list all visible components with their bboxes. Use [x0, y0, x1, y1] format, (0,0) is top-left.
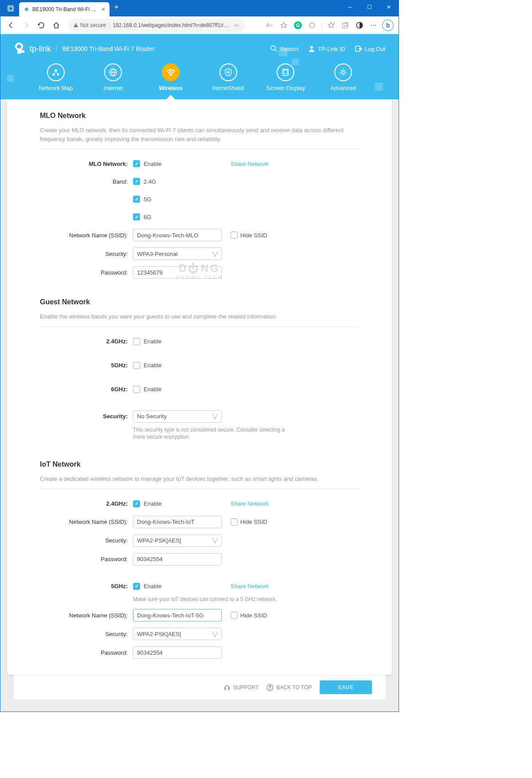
- bing-icon[interactable]: b: [382, 19, 394, 31]
- mlo-password-input[interactable]: [133, 266, 222, 279]
- support-link[interactable]: SUPPORT: [223, 684, 259, 691]
- forward-button[interactable]: [20, 19, 32, 31]
- svg-rect-9: [20, 50, 24, 53]
- maximize-button[interactable]: ☐: [360, 0, 379, 14]
- enable-text: Enable: [144, 500, 161, 507]
- close-window-button[interactable]: ✕: [379, 0, 399, 14]
- contrast-icon[interactable]: [353, 19, 366, 31]
- mlo-share-link[interactable]: Share Network: [231, 161, 269, 167]
- iot-5-security-select[interactable]: WPA2-PSK[AES]╲╱: [133, 628, 222, 640]
- iot-5-hide-ssid-checkbox[interactable]: [231, 612, 238, 619]
- extension-icon[interactable]: [306, 19, 318, 31]
- back-to-top-link[interactable]: BACK TO TOP: [266, 684, 312, 691]
- svg-point-4: [235, 24, 237, 26]
- refresh-button[interactable]: [35, 19, 47, 31]
- mlo-ssid-input[interactable]: [133, 229, 222, 241]
- iot-5-password-input[interactable]: [133, 646, 222, 659]
- more-icon[interactable]: ···: [368, 19, 380, 31]
- key-icon[interactable]: [234, 22, 240, 28]
- text-size-icon[interactable]: Aり: [263, 19, 276, 31]
- guest-6-checkbox[interactable]: [133, 386, 140, 393]
- url-text: 192.168.0.1/webpages/index.html?t=de867f…: [113, 22, 231, 28]
- page-footer: SUPPORT BACK TO TOP SAVE: [14, 675, 385, 699]
- svg-rect-22: [284, 70, 287, 74]
- nav-screen-display[interactable]: Screen Display: [261, 63, 310, 91]
- band-24-checkbox[interactable]: [133, 178, 140, 185]
- shield-icon: [224, 68, 233, 77]
- svg-point-16: [57, 74, 59, 76]
- iot-desc: Create a dedicated wireless network to m…: [40, 475, 359, 489]
- iot-24-security-label: Security:: [40, 537, 133, 544]
- enable-text: Enable: [144, 583, 161, 589]
- save-button[interactable]: SAVE: [320, 680, 372, 694]
- iot-5-note: Make sure your IoT devices can connect t…: [133, 596, 355, 603]
- band-5-checkbox[interactable]: [133, 196, 140, 203]
- iot-24-security-select[interactable]: WPA2-PSK[AES]╲╱: [133, 534, 222, 547]
- nav-internet[interactable]: Internet: [89, 63, 137, 91]
- iot-24-share-link[interactable]: Share Network: [231, 500, 269, 507]
- iot-24-checkbox[interactable]: [133, 500, 140, 507]
- iot-5-ssid-label: Network Name (SSID):: [40, 612, 133, 619]
- display-icon: [281, 68, 290, 77]
- browser-tab-bar: BE19000 Tri-Band Wi-Fi 7 Router × + ─ ☐ …: [0, 0, 399, 16]
- mlo-password-label: Password:: [40, 269, 133, 276]
- tplink-logo-icon: [14, 42, 27, 55]
- svg-point-23: [342, 71, 344, 74]
- nav-homeshield[interactable]: HomeShield: [204, 63, 253, 91]
- guest-24-checkbox[interactable]: [133, 338, 140, 345]
- tab-actions-icon[interactable]: [6, 4, 16, 13]
- not-secure-warning[interactable]: Not secure: [73, 22, 106, 28]
- iot-5-share-link[interactable]: Share Network: [231, 583, 269, 589]
- tab-title: BE19000 Tri-Band Wi-Fi 7 Router: [32, 6, 99, 12]
- browser-tab[interactable]: BE19000 Tri-Band Wi-Fi 7 Router ×: [19, 2, 110, 16]
- nav-advanced[interactable]: Advanced: [319, 63, 368, 91]
- enable-text: Enable: [144, 338, 161, 345]
- section-guest: Guest Network Enable the wireless bands …: [27, 298, 372, 460]
- support-label: SUPPORT: [233, 684, 259, 691]
- favorites-bar-icon[interactable]: [325, 19, 337, 31]
- enable-text: Enable: [144, 161, 161, 167]
- guest-title: Guest Network: [40, 298, 359, 306]
- svg-point-14: [55, 69, 57, 72]
- mlo-security-select[interactable]: WPA3-Personal╲╱: [133, 248, 222, 260]
- iot-24-hide-ssid-checkbox[interactable]: [231, 519, 238, 526]
- band-6-checkbox[interactable]: [133, 213, 140, 220]
- iot-5-checkbox[interactable]: [133, 583, 140, 590]
- svg-point-15: [52, 74, 55, 76]
- mlo-hide-ssid-checkbox[interactable]: [231, 232, 238, 239]
- svg-line-11: [275, 50, 277, 52]
- favorite-icon[interactable]: [278, 19, 290, 31]
- mlo-enable-checkbox[interactable]: [133, 160, 140, 167]
- section-iot: IoT Network Create a dedicated wireless …: [27, 460, 372, 669]
- address-bar: Not secure | 192.168.0.1/webpages/index.…: [0, 16, 399, 34]
- headset-icon: [223, 684, 231, 691]
- home-button[interactable]: [50, 19, 63, 31]
- minimize-button[interactable]: ─: [340, 0, 360, 14]
- collections-icon[interactable]: [339, 19, 352, 31]
- guest-security-warning: This security type is not considered sec…: [133, 426, 301, 441]
- new-tab-button[interactable]: +: [114, 3, 119, 12]
- chevron-down-icon: ╲╱: [212, 414, 218, 419]
- tab-close-icon[interactable]: ×: [102, 6, 105, 13]
- tplink-id-link[interactable]: TP-Link ID: [308, 45, 345, 52]
- security-value: WPA2-PSK[AES]: [137, 631, 181, 637]
- nav-network-map[interactable]: Network Map: [31, 63, 80, 91]
- back-button[interactable]: [5, 19, 17, 31]
- iot-5-ssid-input[interactable]: [133, 609, 222, 621]
- grammarly-icon[interactable]: G: [292, 19, 304, 31]
- nav-wireless[interactable]: Wireless: [146, 63, 195, 91]
- user-icon: [308, 45, 315, 52]
- logout-link[interactable]: Log Out: [355, 45, 385, 52]
- iot-24-password-input[interactable]: [133, 553, 222, 566]
- iot-5-security-label: Security:: [40, 631, 133, 637]
- iot-24-label: 2.4GHz:: [40, 500, 133, 507]
- iot-24-ssid-input[interactable]: [133, 516, 222, 528]
- logout-label: Log Out: [365, 46, 385, 52]
- url-input[interactable]: Not secure | 192.168.0.1/webpages/index.…: [68, 19, 245, 32]
- band-5-text: 5G: [144, 196, 151, 203]
- guest-security-select[interactable]: No Security╲╱: [133, 410, 222, 423]
- arrow-up-icon: [266, 684, 274, 691]
- guest-5-checkbox[interactable]: [133, 362, 140, 369]
- iot-5-label: 5GHz:: [40, 583, 133, 589]
- guest-security-label: Security:: [40, 413, 133, 420]
